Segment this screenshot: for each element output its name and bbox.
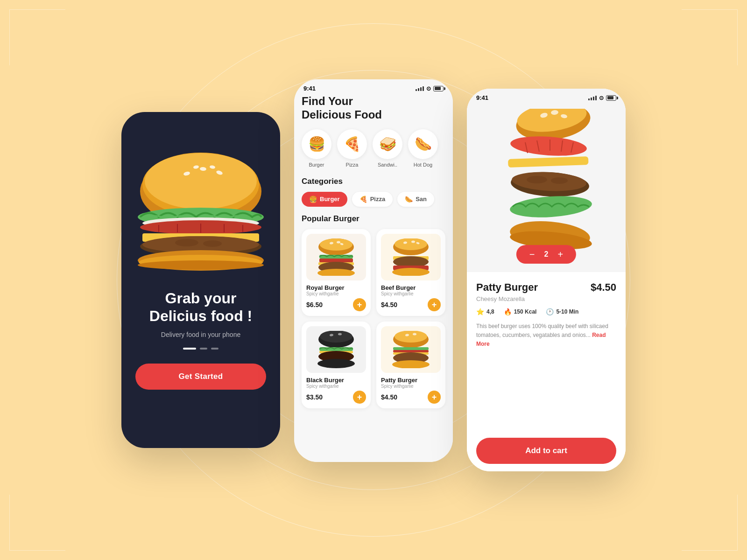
product-stats: ⭐ 4,8 🔥 150 Kcal 🕐 5-10 Min xyxy=(476,308,616,315)
fire-icon: 🔥 xyxy=(504,308,512,315)
categories-section-title: Categories xyxy=(302,177,445,186)
hero-subtext: Delivery food in your phone xyxy=(135,331,266,338)
calories-value: 150 Kcal xyxy=(514,308,537,315)
svg-point-37 xyxy=(411,240,415,243)
status-icons-listing: ⊙ xyxy=(416,85,444,92)
status-bar-detail: 9:41 ⊙ xyxy=(467,89,626,104)
burger-grid: Royal Burger Spicy withgarlie $6.50 + xyxy=(302,229,445,408)
product-header: Patty Burger $4.50 xyxy=(476,281,616,294)
svg-rect-56 xyxy=(393,350,429,352)
category-item-sandwich[interactable]: 🥪 Sandwi.. xyxy=(373,129,402,168)
svg-point-52 xyxy=(395,331,427,343)
stat-rating: ⭐ 4,8 xyxy=(476,308,494,315)
beef-burger-image xyxy=(381,234,441,280)
svg-point-75 xyxy=(551,177,568,184)
rating-value: 4,8 xyxy=(486,308,494,315)
quantity-value: 2 xyxy=(544,250,549,259)
signal-icon xyxy=(416,86,424,91)
svg-point-35 xyxy=(395,238,427,250)
card-black-burger[interactable]: Black Burger Spicy withgarlie $3.50 + xyxy=(302,322,371,408)
quantity-decrease-button[interactable]: − xyxy=(529,250,535,259)
svg-point-27 xyxy=(337,241,340,243)
beef-burger-desc: Spicy withgarlie xyxy=(381,291,441,296)
svg-point-46 xyxy=(338,333,342,335)
stat-time: 🕐 5-10 Min xyxy=(546,308,578,315)
quantity-control: − 2 + xyxy=(516,245,576,264)
royal-burger-add-button[interactable]: + xyxy=(353,298,366,311)
black-burger-desc: Spicy withgarlie xyxy=(306,384,366,389)
add-to-cart-button[interactable]: Add to cart xyxy=(476,438,616,464)
category-item-burger[interactable]: 🍔 Burger xyxy=(302,129,331,168)
category-icons-row: 🍔 Burger 🍕 Pizza 🥪 Sandwi.. 🌭 Hot Dog xyxy=(302,129,445,168)
product-info-panel: Patty Burger $4.50 Cheesy Mozarella ⭐ 4,… xyxy=(467,272,626,471)
svg-point-23 xyxy=(138,260,264,270)
filter-burger-label: Burger xyxy=(320,196,340,203)
filter-sandwich-label: San xyxy=(416,196,427,203)
card-beef-burger[interactable]: Beef Burger Spicy withgarlie $4.50 + xyxy=(376,229,445,316)
svg-rect-30 xyxy=(319,259,353,262)
svg-point-44 xyxy=(320,331,352,343)
wifi-icon-detail: ⊙ xyxy=(599,95,604,101)
royal-burger-image xyxy=(306,234,366,280)
card-patty-burger[interactable]: Patty Burger Spicy withgarlie $4.50 + xyxy=(376,322,445,408)
filter-pizza[interactable]: 🍕 Pizza xyxy=(352,192,393,207)
popular-section-title: Popular Burger xyxy=(302,214,445,224)
phones-container: Grab your Delicius food ! Delivery food … xyxy=(121,89,626,471)
dot-2 xyxy=(200,348,207,350)
patty-burger-add-button[interactable]: + xyxy=(428,391,441,404)
dot-1 xyxy=(183,348,196,350)
svg-rect-71 xyxy=(508,156,589,168)
status-time-detail: 9:41 xyxy=(476,94,488,101)
filter-burger[interactable]: 🍔 Burger xyxy=(302,192,347,207)
battery-icon-detail xyxy=(606,95,616,101)
filter-pizza-label: Pizza xyxy=(370,196,386,203)
svg-point-65 xyxy=(510,134,587,158)
product-price: $4.50 xyxy=(591,281,616,294)
quantity-increase-button[interactable]: + xyxy=(557,250,563,259)
beef-burger-name: Beef Burger xyxy=(381,284,441,291)
filter-sandwich[interactable]: 🌭 San xyxy=(397,192,434,207)
clock-icon: 🕐 xyxy=(546,308,554,315)
beef-burger-footer: $4.50 + xyxy=(381,298,441,311)
black-burger-price: $3.50 xyxy=(306,393,323,401)
product-subtitle: Cheesy Mozarella xyxy=(476,295,616,302)
get-started-button[interactable]: Get Started xyxy=(135,364,266,390)
svg-point-20 xyxy=(203,240,222,247)
wifi-icon: ⊙ xyxy=(426,85,431,92)
listing-title: Find YourDelicious Food xyxy=(302,95,445,122)
pizza-icon-circle: 🍕 xyxy=(337,129,367,159)
sandwich-icon-circle: 🥪 xyxy=(373,129,402,159)
beef-burger-price: $4.50 xyxy=(381,301,397,308)
hero-headline: Grab your Delicius food ! xyxy=(135,289,266,325)
patty-burger-price: $4.50 xyxy=(381,393,397,401)
patty-burger-name: Patty Burger xyxy=(381,377,441,384)
svg-point-74 xyxy=(527,176,547,183)
patty-burger-footer: $4.50 + xyxy=(381,391,441,404)
black-burger-footer: $3.50 + xyxy=(306,391,366,404)
category-item-pizza[interactable]: 🍕 Pizza xyxy=(337,129,367,168)
royal-burger-footer: $6.50 + xyxy=(306,298,366,311)
hero-text: Grab your Delicius food ! Delivery food … xyxy=(135,289,266,338)
star-icon: ⭐ xyxy=(476,308,484,315)
status-time-listing: 9:41 xyxy=(303,85,316,92)
beef-burger-add-button[interactable]: + xyxy=(428,298,441,311)
phone-detail: 9:41 ⊙ xyxy=(467,89,626,471)
product-name: Patty Burger xyxy=(476,281,538,294)
svg-point-2 xyxy=(145,153,257,209)
patty-burger-image xyxy=(381,326,441,373)
svg-point-19 xyxy=(175,239,198,246)
status-icons-detail: ⊙ xyxy=(588,95,616,101)
category-item-hotdog[interactable]: 🌭 Hot Dog xyxy=(408,129,438,168)
royal-burger-price: $6.50 xyxy=(306,301,323,308)
black-burger-add-button[interactable]: + xyxy=(353,391,366,404)
status-bar-listing: 9:41 ⊙ xyxy=(294,79,453,95)
svg-rect-55 xyxy=(393,347,429,350)
phone-onboarding: Grab your Delicius food ! Delivery food … xyxy=(121,112,280,448)
hero-burger-image xyxy=(131,140,271,280)
category-label-pizza: Pizza xyxy=(346,162,359,168)
filter-pizza-icon: 🍕 xyxy=(359,196,367,203)
stat-calories: 🔥 150 Kcal xyxy=(504,308,537,315)
card-royal-burger[interactable]: Royal Burger Spicy withgarlie $6.50 + xyxy=(302,229,371,316)
pagination-dots xyxy=(183,348,218,350)
signal-icon-detail xyxy=(588,96,597,100)
